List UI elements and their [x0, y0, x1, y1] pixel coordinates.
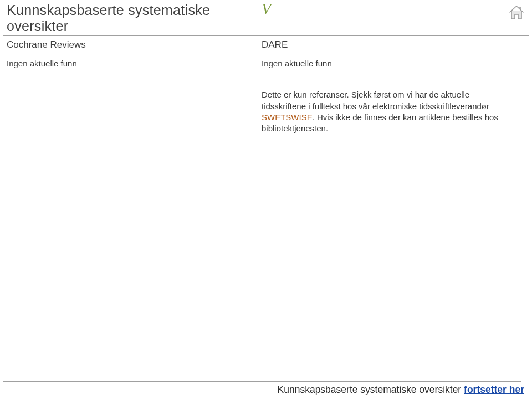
content-columns: Cochrane Reviews Ingen aktuelle funn DAR… [0, 36, 532, 134]
checkmark-icon: V [262, 1, 271, 17]
column-left-heading: Cochrane Reviews [7, 39, 262, 50]
column-left-body: Ingen aktuelle funn [7, 58, 262, 69]
footer-label: Kunnskapsbaserte systematiske oversikter [278, 384, 464, 395]
column-right-body: Ingen aktuelle funn [262, 58, 516, 69]
reference-note: Dette er kun referanser. Sjekk først om … [262, 89, 516, 134]
column-right: DARE Ingen aktuelle funn Dette er kun re… [262, 39, 516, 134]
column-right-heading: DARE [262, 39, 516, 50]
header-row: Kunnskapsbaserte systematiske oversikter… [0, 0, 532, 35]
home-icon[interactable] [507, 2, 526, 22]
page-title: Kunnskapsbaserte systematiske oversikter [7, 2, 262, 34]
footer-text: Kunnskapsbaserte systematiske oversikter… [278, 384, 524, 395]
footer-divider [3, 381, 521, 382]
column-left: Cochrane Reviews Ingen aktuelle funn [7, 39, 262, 134]
reference-note-pre: Dette er kun referanser. Sjekk først om … [262, 90, 489, 110]
footer: Kunnskapsbaserte systematiske oversikter… [0, 381, 532, 399]
footer-continue-link[interactable]: fortsetter her [464, 384, 524, 395]
swetswise-link[interactable]: SWETSWISE [262, 112, 313, 122]
